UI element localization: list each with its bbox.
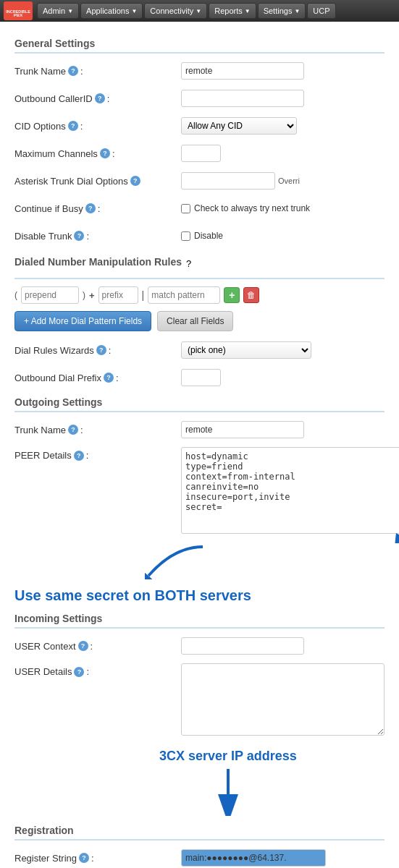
user-context-help-icon[interactable]: ? — [78, 641, 88, 651]
applications-menu-arrow-icon: ▼ — [131, 8, 137, 14]
user-context-row: USER Context ? : — [14, 636, 385, 656]
delete-rule-button[interactable]: 🗑 — [243, 287, 259, 303]
max-channels-row: Maximum Channels ? : — [14, 143, 385, 163]
outgoing-trunk-name-help-icon[interactable]: ? — [68, 425, 78, 435]
max-channels-input[interactable] — [181, 145, 221, 162]
cid-options-label: CID Options ? : — [14, 121, 181, 132]
add-more-fields-button[interactable]: + Add More Dial Pattern Fields — [14, 311, 151, 331]
match-pattern-input[interactable] — [148, 286, 220, 304]
outgoing-trunk-name-row: Trunk Name ? : — [14, 420, 385, 440]
disable-trunk-checkbox[interactable] — [181, 231, 190, 241]
outbound-prefix-row: Outbound Dial Prefix ? : — [14, 367, 385, 388]
outbound-callerid-row: Outbound CallerID ? : — [14, 88, 385, 109]
clear-all-fields-button[interactable]: Clear all Fields — [157, 311, 233, 331]
trunk-name-label: Trunk Name ? : — [14, 66, 181, 77]
disable-trunk-label: Disable Trunk ? : — [14, 231, 181, 242]
general-settings-title: General Settings — [14, 38, 385, 54]
manipulation-row: ( ) + | + 🗑 — [14, 286, 385, 304]
peer-details-row: PEER Details ? : host=dynamic type=frien… — [14, 447, 385, 536]
outbound-prefix-input[interactable] — [181, 369, 221, 386]
dial-rules-select[interactable]: (pick one) — [181, 341, 311, 359]
registration-title: Registration — [14, 825, 385, 841]
main-content: General Settings Trunk Name ? : Outbound… — [0, 22, 399, 868]
ucp-button[interactable]: UCP — [307, 3, 335, 19]
peer-annotation-text: Use same secret on BOTH servers — [14, 587, 385, 604]
navigation-bar: INCREDIBLE PBX Admin ▼ Applications ▼ Co… — [0, 0, 399, 22]
disable-trunk-help-icon[interactable]: ? — [74, 231, 84, 241]
continue-busy-check-label[interactable]: Check to always try next trunk — [181, 203, 310, 213]
peer-details-textarea[interactable]: host=dynamic type=friend context=from-in… — [181, 447, 399, 534]
cid-options-row: CID Options ? : Allow Any CID Block Fore… — [14, 116, 385, 136]
register-string-row: Register String ? : — [14, 848, 385, 868]
outbound-callerid-help-icon[interactable]: ? — [95, 93, 105, 103]
cid-options-select[interactable]: Allow Any CID Block Foreign CIDs Allow C… — [181, 117, 297, 135]
asterisk-dial-help-icon[interactable]: ? — [130, 176, 140, 186]
outbound-callerid-input[interactable] — [181, 90, 304, 107]
register-string-help-icon[interactable]: ? — [79, 853, 89, 863]
connectivity-menu-button[interactable]: Connectivity ▼ — [144, 3, 207, 19]
peer-details-wrapper: host=dynamic type=friend context=from-in… — [181, 447, 399, 536]
manipulation-actions: + Add More Dial Pattern Fields Clear all… — [14, 311, 385, 331]
dial-rules-row: Dial Rules Wizards ? : (pick one) — [14, 340, 385, 360]
asterisk-dial-label: Asterisk Trunk Dial Options ? — [14, 176, 181, 187]
admin-menu-arrow-icon: ▼ — [67, 8, 73, 14]
continue-busy-label: Continue if Busy ? : — [14, 203, 181, 214]
svg-text:PBX: PBX — [14, 13, 22, 17]
user-details-row: USER Details ? : — [14, 663, 385, 736]
user-details-textarea[interactable] — [181, 663, 385, 736]
settings-menu-button[interactable]: Settings ▼ — [258, 3, 306, 19]
dialed-number-title: Dialed Number Manipulation Rules — [14, 256, 182, 271]
continue-busy-help-icon[interactable]: ? — [85, 203, 96, 213]
register-string-label: Register String ? : — [14, 853, 181, 864]
outbound-prefix-label: Outbound Dial Prefix ? : — [14, 373, 181, 383]
override-label: Overri — [278, 176, 300, 185]
registration-arrow-svg — [206, 765, 250, 816]
admin-menu-button[interactable]: Admin ▼ — [37, 3, 79, 19]
asterisk-dial-row: Asterisk Trunk Dial Options ? Overri — [14, 171, 385, 191]
peer-details-label: PEER Details ? : — [14, 447, 181, 461]
user-details-help-icon[interactable]: ? — [74, 667, 84, 677]
incoming-settings-title: Incoming Settings — [14, 613, 385, 629]
outbound-callerid-label: Outbound CallerID ? : — [14, 93, 181, 104]
continue-busy-row: Continue if Busy ? : Check to always try… — [14, 198, 385, 218]
trunk-name-help-icon[interactable]: ? — [68, 66, 78, 76]
user-context-label: USER Context ? : — [14, 641, 181, 652]
prepend-input[interactable] — [21, 286, 79, 304]
trunk-name-row: Trunk Name ? : — [14, 61, 385, 81]
dial-rules-label: Dial Rules Wizards ? : — [14, 345, 181, 356]
continue-busy-checkbox[interactable] — [181, 204, 190, 213]
connectivity-menu-arrow-icon: ▼ — [196, 8, 201, 14]
user-context-input[interactable] — [181, 637, 304, 655]
peer-secret-annotation-area — [14, 543, 385, 582]
secret-arrow-svg — [145, 543, 217, 579]
peer-details-help-icon[interactable]: ? — [74, 451, 84, 461]
dialed-number-help-icon[interactable]: ? — [186, 258, 191, 269]
user-details-label: USER Details ? : — [14, 663, 181, 677]
max-channels-help-icon[interactable]: ? — [100, 148, 110, 158]
outgoing-settings-title: Outgoing Settings — [14, 396, 385, 412]
outgoing-trunk-name-label: Trunk Name ? : — [14, 425, 181, 435]
dial-rules-help-icon[interactable]: ? — [96, 345, 106, 355]
disable-trunk-row: Disable Trunk ? : Disable — [14, 226, 385, 246]
applications-menu-button[interactable]: Applications ▼ — [80, 3, 143, 19]
registration-annotation-area: 3CX server IP address — [14, 743, 385, 816]
prefix-input[interactable] — [98, 286, 138, 304]
asterisk-dial-input[interactable] — [181, 172, 275, 190]
reports-menu-button[interactable]: Reports ▼ — [209, 3, 256, 19]
add-rule-button[interactable]: + — [224, 287, 240, 303]
settings-menu-arrow-icon: ▼ — [294, 8, 300, 14]
outbound-prefix-help-icon[interactable]: ? — [104, 373, 114, 383]
cid-options-help-icon[interactable]: ? — [68, 121, 78, 131]
trunk-name-input[interactable] — [181, 62, 304, 80]
register-string-input[interactable] — [181, 849, 326, 867]
max-channels-label: Maximum Channels ? : — [14, 148, 181, 159]
pbx-logo: INCREDIBLE PBX — [4, 1, 33, 20]
disable-check-label[interactable]: Disable — [181, 231, 223, 241]
reports-menu-arrow-icon: ▼ — [245, 8, 251, 14]
outgoing-trunk-name-input[interactable] — [181, 421, 304, 438]
